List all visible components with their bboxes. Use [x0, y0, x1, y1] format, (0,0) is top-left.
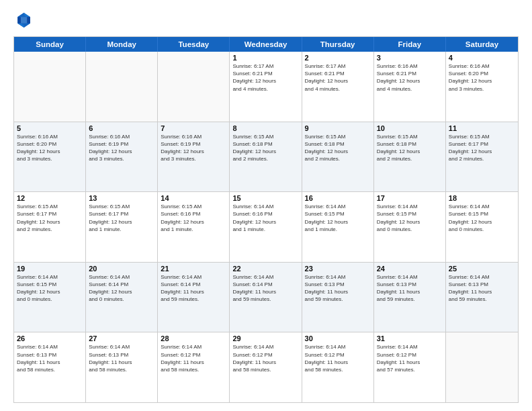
day-cell-17: 17Sunrise: 6:14 AM Sunset: 6:15 PM Dayli… — [374, 192, 446, 262]
day-header-friday: Friday — [374, 37, 446, 52]
day-number: 2 — [305, 54, 371, 62]
day-info: Sunrise: 6:14 AM Sunset: 6:15 PM Dayligh… — [449, 203, 515, 233]
day-info: Sunrise: 6:15 AM Sunset: 6:16 PM Dayligh… — [161, 203, 226, 233]
empty-cell — [14, 52, 86, 122]
day-number: 19 — [17, 265, 83, 273]
day-info: Sunrise: 6:17 AM Sunset: 6:21 PM Dayligh… — [305, 62, 371, 93]
day-info: Sunrise: 6:14 AM Sunset: 6:16 PM Dayligh… — [232, 203, 298, 233]
day-cell-21: 21Sunrise: 6:14 AM Sunset: 6:14 PM Dayli… — [158, 263, 230, 332]
day-number: 4 — [449, 54, 515, 62]
day-cell-25: 25Sunrise: 6:14 AM Sunset: 6:13 PM Dayli… — [446, 263, 518, 332]
day-number: 14 — [161, 194, 226, 202]
day-number: 18 — [449, 194, 515, 202]
header — [13, 11, 519, 30]
day-number: 25 — [449, 265, 515, 273]
day-cell-15: 15Sunrise: 6:14 AM Sunset: 6:16 PM Dayli… — [230, 192, 302, 262]
day-info: Sunrise: 6:15 AM Sunset: 6:17 PM Dayligh… — [17, 203, 83, 233]
day-number: 12 — [17, 194, 83, 202]
page: SundayMondayTuesdayWednesdayThursdayFrid… — [0, 0, 532, 411]
day-number: 7 — [161, 124, 226, 132]
day-header-thursday: Thursday — [302, 37, 374, 52]
day-cell-7: 7Sunrise: 6:16 AM Sunset: 6:19 PM Daylig… — [158, 122, 230, 192]
day-info: Sunrise: 6:15 AM Sunset: 6:18 PM Dayligh… — [377, 133, 443, 163]
day-cell-20: 20Sunrise: 6:14 AM Sunset: 6:14 PM Dayli… — [86, 263, 158, 332]
day-number: 8 — [232, 124, 298, 132]
day-cell-5: 5Sunrise: 6:16 AM Sunset: 6:20 PM Daylig… — [14, 122, 86, 192]
day-info: Sunrise: 6:14 AM Sunset: 6:12 PM Dayligh… — [305, 343, 371, 373]
day-info: Sunrise: 6:15 AM Sunset: 6:18 PM Dayligh… — [305, 133, 371, 163]
day-number: 30 — [305, 334, 371, 342]
day-cell-12: 12Sunrise: 6:15 AM Sunset: 6:17 PM Dayli… — [14, 192, 86, 262]
day-number: 6 — [89, 124, 154, 132]
calendar: SundayMondayTuesdayWednesdayThursdayFrid… — [13, 36, 519, 403]
day-cell-8: 8Sunrise: 6:15 AM Sunset: 6:18 PM Daylig… — [230, 122, 302, 192]
day-info: Sunrise: 6:15 AM Sunset: 6:17 PM Dayligh… — [89, 203, 154, 233]
day-info: Sunrise: 6:15 AM Sunset: 6:17 PM Dayligh… — [449, 133, 515, 163]
day-cell-24: 24Sunrise: 6:14 AM Sunset: 6:13 PM Dayli… — [374, 263, 446, 332]
day-number: 16 — [305, 194, 371, 202]
svg-marker-7 — [21, 17, 27, 23]
day-number: 10 — [377, 124, 443, 132]
day-cell-9: 9Sunrise: 6:15 AM Sunset: 6:18 PM Daylig… — [302, 122, 374, 192]
day-info: Sunrise: 6:14 AM Sunset: 6:14 PM Dayligh… — [232, 273, 298, 304]
day-number: 13 — [89, 194, 154, 202]
day-cell-11: 11Sunrise: 6:15 AM Sunset: 6:17 PM Dayli… — [446, 122, 518, 192]
day-number: 28 — [161, 334, 226, 342]
empty-cell — [158, 52, 230, 122]
svg-marker-5 — [17, 17, 21, 23]
day-number: 5 — [17, 124, 83, 132]
day-cell-13: 13Sunrise: 6:15 AM Sunset: 6:17 PM Dayli… — [86, 192, 158, 262]
day-number: 9 — [305, 124, 371, 132]
day-number: 24 — [377, 265, 443, 273]
day-info: Sunrise: 6:16 AM Sunset: 6:21 PM Dayligh… — [377, 62, 443, 93]
calendar-row-5: 26Sunrise: 6:14 AM Sunset: 6:13 PM Dayli… — [14, 332, 518, 402]
day-header-sunday: Sunday — [14, 37, 86, 52]
day-cell-1: 1Sunrise: 6:17 AM Sunset: 6:21 PM Daylig… — [230, 52, 302, 122]
day-cell-26: 26Sunrise: 6:14 AM Sunset: 6:13 PM Dayli… — [14, 332, 86, 402]
day-info: Sunrise: 6:14 AM Sunset: 6:12 PM Dayligh… — [232, 343, 298, 373]
day-cell-6: 6Sunrise: 6:16 AM Sunset: 6:19 PM Daylig… — [86, 122, 158, 192]
calendar-row-2: 5Sunrise: 6:16 AM Sunset: 6:20 PM Daylig… — [14, 122, 518, 192]
day-header-saturday: Saturday — [446, 37, 518, 52]
day-info: Sunrise: 6:14 AM Sunset: 6:12 PM Dayligh… — [161, 343, 226, 373]
calendar-row-1: 1Sunrise: 6:17 AM Sunset: 6:21 PM Daylig… — [14, 52, 518, 122]
day-cell-3: 3Sunrise: 6:16 AM Sunset: 6:21 PM Daylig… — [374, 52, 446, 122]
logo — [13, 11, 34, 30]
day-cell-28: 28Sunrise: 6:14 AM Sunset: 6:12 PM Dayli… — [158, 332, 230, 402]
day-cell-16: 16Sunrise: 6:14 AM Sunset: 6:15 PM Dayli… — [302, 192, 374, 262]
day-cell-27: 27Sunrise: 6:14 AM Sunset: 6:13 PM Dayli… — [86, 332, 158, 402]
calendar-row-4: 19Sunrise: 6:14 AM Sunset: 6:15 PM Dayli… — [14, 262, 518, 332]
day-info: Sunrise: 6:16 AM Sunset: 6:19 PM Dayligh… — [89, 133, 154, 163]
day-info: Sunrise: 6:14 AM Sunset: 6:15 PM Dayligh… — [305, 203, 371, 233]
day-cell-23: 23Sunrise: 6:14 AM Sunset: 6:13 PM Dayli… — [302, 263, 374, 332]
day-number: 22 — [232, 265, 298, 273]
day-header-wednesday: Wednesday — [230, 37, 302, 52]
day-cell-29: 29Sunrise: 6:14 AM Sunset: 6:12 PM Dayli… — [230, 332, 302, 402]
day-number: 31 — [377, 334, 443, 342]
day-info: Sunrise: 6:14 AM Sunset: 6:13 PM Dayligh… — [89, 343, 154, 373]
day-info: Sunrise: 6:14 AM Sunset: 6:14 PM Dayligh… — [161, 273, 226, 304]
day-info: Sunrise: 6:14 AM Sunset: 6:15 PM Dayligh… — [17, 273, 83, 304]
day-cell-19: 19Sunrise: 6:14 AM Sunset: 6:15 PM Dayli… — [14, 263, 86, 332]
empty-cell — [86, 52, 158, 122]
calendar-body: 1Sunrise: 6:17 AM Sunset: 6:21 PM Daylig… — [14, 52, 518, 402]
day-cell-2: 2Sunrise: 6:17 AM Sunset: 6:21 PM Daylig… — [302, 52, 374, 122]
day-number: 29 — [232, 334, 298, 342]
day-cell-10: 10Sunrise: 6:15 AM Sunset: 6:18 PM Dayli… — [374, 122, 446, 192]
day-number: 27 — [89, 334, 154, 342]
day-cell-22: 22Sunrise: 6:14 AM Sunset: 6:14 PM Dayli… — [230, 263, 302, 332]
day-info: Sunrise: 6:14 AM Sunset: 6:13 PM Dayligh… — [305, 273, 371, 304]
day-info: Sunrise: 6:17 AM Sunset: 6:21 PM Dayligh… — [232, 62, 298, 93]
day-number: 17 — [377, 194, 443, 202]
calendar-header: SundayMondayTuesdayWednesdayThursdayFrid… — [14, 37, 518, 52]
day-info: Sunrise: 6:14 AM Sunset: 6:13 PM Dayligh… — [17, 343, 83, 373]
day-header-tuesday: Tuesday — [158, 37, 230, 52]
day-number: 21 — [161, 265, 226, 273]
day-number: 15 — [232, 194, 298, 202]
day-number: 1 — [232, 54, 298, 62]
svg-marker-2 — [27, 17, 30, 23]
empty-cell — [446, 332, 518, 402]
day-cell-30: 30Sunrise: 6:14 AM Sunset: 6:12 PM Dayli… — [302, 332, 374, 402]
day-info: Sunrise: 6:14 AM Sunset: 6:14 PM Dayligh… — [89, 273, 154, 304]
day-info: Sunrise: 6:16 AM Sunset: 6:19 PM Dayligh… — [161, 133, 226, 163]
